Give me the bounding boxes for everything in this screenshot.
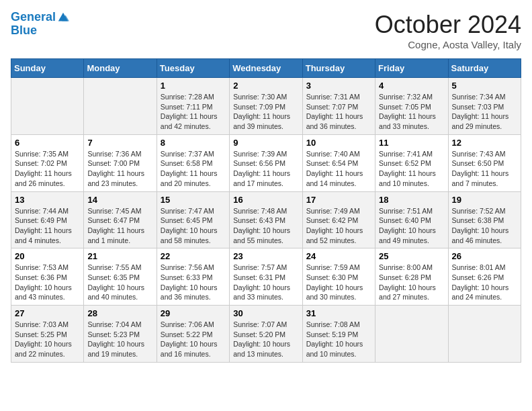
calendar-cell: 29 Sunrise: 7:06 AMSunset: 5:22 PMDaylig… (157, 306, 229, 363)
weekday-header: Saturday (448, 59, 521, 78)
calendar-cell (375, 306, 448, 363)
day-detail: Sunrise: 7:59 AMSunset: 6:30 PMDaylight:… (306, 263, 363, 301)
weekday-header: Friday (375, 59, 448, 78)
calendar-cell: 10 Sunrise: 7:40 AMSunset: 6:54 PMDaylig… (302, 134, 375, 191)
logo-icon (57, 11, 69, 24)
calendar-cell: 12 Sunrise: 7:43 AMSunset: 6:50 PMDaylig… (448, 134, 521, 191)
day-detail: Sunrise: 7:28 AMSunset: 7:11 PMDaylight:… (161, 93, 218, 130)
day-number: 1 (161, 81, 226, 91)
day-number: 13 (15, 195, 80, 205)
day-detail: Sunrise: 7:30 AMSunset: 7:09 PMDaylight:… (233, 93, 290, 130)
calendar-table: SundayMondayTuesdayWednesdayThursdayFrid… (11, 58, 521, 363)
calendar-cell: 27 Sunrise: 7:03 AMSunset: 5:25 PMDaylig… (11, 306, 84, 363)
calendar-cell: 18 Sunrise: 7:51 AMSunset: 6:40 PMDaylig… (375, 191, 448, 248)
day-number: 9 (233, 138, 298, 148)
calendar-cell: 31 Sunrise: 7:08 AMSunset: 5:19 PMDaylig… (302, 306, 375, 363)
weekday-header: Sunday (11, 59, 84, 78)
page-header: General Blue October 2024 Cogne, Aosta V… (11, 11, 521, 50)
day-detail: Sunrise: 7:04 AMSunset: 5:23 PMDaylight:… (87, 320, 144, 358)
calendar-cell: 5 Sunrise: 7:34 AMSunset: 7:03 PMDayligh… (448, 78, 521, 135)
day-detail: Sunrise: 7:51 AMSunset: 6:40 PMDaylight:… (379, 207, 436, 244)
day-detail: Sunrise: 7:36 AMSunset: 7:00 PMDaylight:… (87, 150, 144, 187)
day-number: 8 (161, 138, 226, 148)
calendar-week-row: 6 Sunrise: 7:35 AMSunset: 7:02 PMDayligh… (11, 134, 521, 191)
day-detail: Sunrise: 7:43 AMSunset: 6:50 PMDaylight:… (452, 150, 509, 187)
calendar-week-row: 13 Sunrise: 7:44 AMSunset: 6:49 PMDaylig… (11, 191, 521, 248)
logo: General Blue (11, 11, 69, 38)
day-detail: Sunrise: 7:49 AMSunset: 6:42 PMDaylight:… (306, 207, 363, 244)
calendar-cell: 21 Sunrise: 7:55 AMSunset: 6:35 PMDaylig… (84, 248, 157, 306)
day-number: 14 (87, 195, 152, 205)
day-detail: Sunrise: 7:06 AMSunset: 5:22 PMDaylight:… (161, 320, 218, 358)
calendar-cell: 7 Sunrise: 7:36 AMSunset: 7:00 PMDayligh… (84, 134, 157, 191)
day-number: 29 (161, 308, 226, 318)
weekday-header: Wednesday (230, 59, 302, 78)
day-number: 4 (379, 81, 444, 91)
calendar-cell: 19 Sunrise: 7:52 AMSunset: 6:38 PMDaylig… (448, 191, 521, 248)
calendar-cell: 23 Sunrise: 7:57 AMSunset: 6:31 PMDaylig… (230, 248, 302, 306)
calendar-cell (84, 78, 157, 135)
calendar-cell: 4 Sunrise: 7:32 AMSunset: 7:05 PMDayligh… (375, 78, 448, 135)
calendar-cell (11, 78, 84, 135)
weekday-header: Thursday (302, 59, 375, 78)
calendar-cell: 14 Sunrise: 7:45 AMSunset: 6:47 PMDaylig… (84, 191, 157, 248)
day-detail: Sunrise: 7:31 AMSunset: 7:07 PMDaylight:… (306, 93, 363, 130)
calendar-cell: 16 Sunrise: 7:48 AMSunset: 6:43 PMDaylig… (230, 191, 302, 248)
day-number: 28 (87, 308, 152, 318)
day-detail: Sunrise: 7:44 AMSunset: 6:49 PMDaylight:… (15, 207, 72, 244)
day-number: 12 (452, 138, 517, 148)
day-detail: Sunrise: 7:40 AMSunset: 6:54 PMDaylight:… (306, 150, 363, 187)
day-number: 5 (452, 81, 517, 91)
weekday-header: Tuesday (157, 59, 229, 78)
calendar-cell: 22 Sunrise: 7:56 AMSunset: 6:33 PMDaylig… (157, 248, 229, 306)
day-number: 30 (233, 308, 298, 318)
calendar-cell: 30 Sunrise: 7:07 AMSunset: 5:20 PMDaylig… (230, 306, 302, 363)
day-number: 16 (233, 195, 298, 205)
calendar-header-row: SundayMondayTuesdayWednesdayThursdayFrid… (11, 59, 521, 78)
day-detail: Sunrise: 7:57 AMSunset: 6:31 PMDaylight:… (233, 263, 290, 301)
calendar-cell: 17 Sunrise: 7:49 AMSunset: 6:42 PMDaylig… (302, 191, 375, 248)
day-number: 11 (379, 138, 444, 148)
day-number: 20 (15, 251, 80, 261)
day-number: 19 (452, 195, 517, 205)
calendar-cell: 28 Sunrise: 7:04 AMSunset: 5:23 PMDaylig… (84, 306, 157, 363)
day-number: 3 (306, 81, 371, 91)
day-number: 27 (15, 308, 80, 318)
calendar-cell: 3 Sunrise: 7:31 AMSunset: 7:07 PMDayligh… (302, 78, 375, 135)
day-detail: Sunrise: 7:32 AMSunset: 7:05 PMDaylight:… (379, 93, 436, 130)
calendar-week-row: 20 Sunrise: 7:53 AMSunset: 6:36 PMDaylig… (11, 248, 521, 306)
calendar-cell: 9 Sunrise: 7:39 AMSunset: 6:56 PMDayligh… (230, 134, 302, 191)
day-number: 17 (306, 195, 371, 205)
calendar-cell: 11 Sunrise: 7:41 AMSunset: 6:52 PMDaylig… (375, 134, 448, 191)
calendar-cell: 24 Sunrise: 7:59 AMSunset: 6:30 PMDaylig… (302, 248, 375, 306)
logo-text-blue: Blue (11, 24, 69, 38)
calendar-cell: 1 Sunrise: 7:28 AMSunset: 7:11 PMDayligh… (157, 78, 229, 135)
day-number: 15 (161, 195, 226, 205)
day-number: 25 (379, 251, 444, 261)
calendar-cell: 6 Sunrise: 7:35 AMSunset: 7:02 PMDayligh… (11, 134, 84, 191)
day-number: 23 (233, 251, 298, 261)
day-detail: Sunrise: 7:35 AMSunset: 7:02 PMDaylight:… (15, 150, 72, 187)
month-title: October 2024 (375, 11, 521, 39)
day-detail: Sunrise: 7:39 AMSunset: 6:56 PMDaylight:… (233, 150, 290, 187)
day-number: 22 (161, 251, 226, 261)
calendar-cell: 15 Sunrise: 7:47 AMSunset: 6:45 PMDaylig… (157, 191, 229, 248)
day-number: 24 (306, 251, 371, 261)
day-detail: Sunrise: 7:34 AMSunset: 7:03 PMDaylight:… (452, 93, 509, 130)
day-detail: Sunrise: 7:08 AMSunset: 5:19 PMDaylight:… (306, 320, 363, 358)
day-detail: Sunrise: 7:56 AMSunset: 6:33 PMDaylight:… (161, 263, 218, 301)
calendar-cell: 8 Sunrise: 7:37 AMSunset: 6:58 PMDayligh… (157, 134, 229, 191)
day-number: 2 (233, 81, 298, 91)
calendar-cell: 25 Sunrise: 8:00 AMSunset: 6:28 PMDaylig… (375, 248, 448, 306)
day-detail: Sunrise: 7:41 AMSunset: 6:52 PMDaylight:… (379, 150, 436, 187)
day-number: 10 (306, 138, 371, 148)
day-detail: Sunrise: 7:47 AMSunset: 6:45 PMDaylight:… (161, 207, 218, 244)
day-detail: Sunrise: 7:37 AMSunset: 6:58 PMDaylight:… (161, 150, 218, 187)
day-number: 31 (306, 308, 371, 318)
calendar-cell: 13 Sunrise: 7:44 AMSunset: 6:49 PMDaylig… (11, 191, 84, 248)
day-detail: Sunrise: 7:53 AMSunset: 6:36 PMDaylight:… (15, 263, 72, 301)
title-area: October 2024 Cogne, Aosta Valley, Italy (375, 11, 521, 50)
calendar-week-row: 27 Sunrise: 7:03 AMSunset: 5:25 PMDaylig… (11, 306, 521, 363)
day-detail: Sunrise: 8:00 AMSunset: 6:28 PMDaylight:… (379, 263, 436, 301)
day-detail: Sunrise: 7:03 AMSunset: 5:25 PMDaylight:… (15, 320, 72, 358)
